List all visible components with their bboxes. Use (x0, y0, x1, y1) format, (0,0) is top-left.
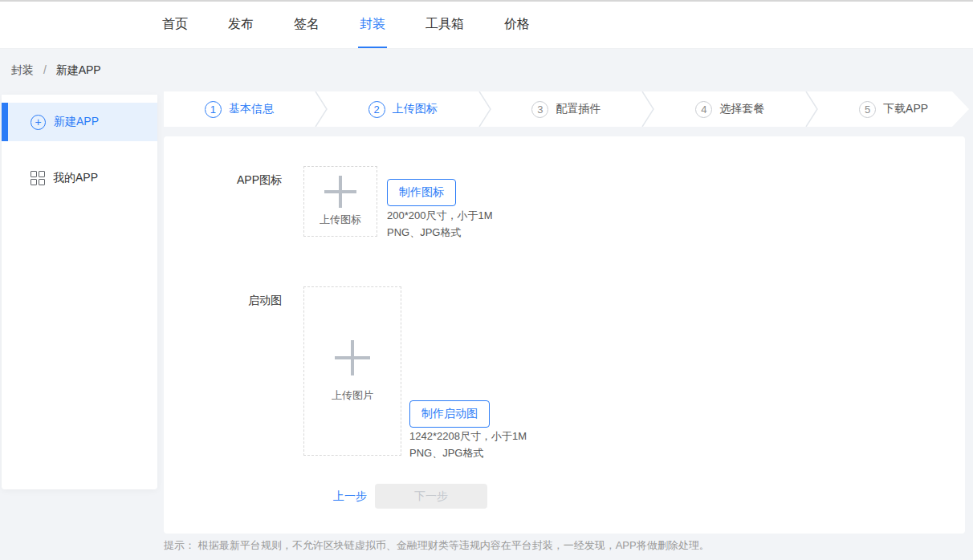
wizard-step-select-package: 4 选择套餐 (654, 91, 805, 127)
breadcrumb-separator: / (43, 63, 47, 76)
sidebar: + 新建APP 我的APP (2, 95, 157, 489)
footer-hint-label: 提示： (164, 539, 195, 551)
nav-item-package[interactable]: 封装 (358, 2, 387, 48)
splash-spec: 1242*2208尺寸，小于1M PNG、JPG格式 (409, 428, 527, 461)
breadcrumb: 封装 / 新建APP (11, 63, 101, 78)
step-separator-chevron-icon (641, 91, 654, 127)
breadcrumb-section[interactable]: 封装 (11, 63, 34, 76)
splash-spec-line1: 1242*2208尺寸，小于1M (409, 428, 527, 444)
sidebar-item-label: 新建APP (54, 115, 99, 129)
nav-item-home[interactable]: 首页 (161, 2, 189, 48)
make-icon-button[interactable]: 制作图标 (387, 179, 456, 206)
app-icon-upload-box[interactable]: 上传图标 (303, 166, 377, 237)
app-icon-spec: 200*200尺寸，小于1M PNG、JPG格式 (387, 207, 493, 241)
nav-item-sign[interactable]: 签名 (292, 2, 321, 48)
step-number: 2 (368, 101, 385, 118)
make-splash-button[interactable]: 制作启动图 (409, 400, 490, 428)
plus-icon (335, 340, 370, 375)
step-label: 上传图标 (393, 102, 438, 116)
grid-icon (31, 171, 45, 185)
main-nav: 首页 发布 签名 封装 工具箱 价格 (0, 2, 973, 48)
step-label: 基本信息 (229, 102, 274, 116)
app-icon-spec-line1: 200*200尺寸，小于1M (387, 207, 493, 224)
wizard-step-basic-info: 1 基本信息 (164, 91, 315, 127)
plus-circle-icon: + (31, 115, 46, 130)
step-label: 选择套餐 (719, 102, 764, 116)
nav-item-publish[interactable]: 发布 (226, 2, 255, 48)
app-root: 首页 发布 签名 封装 工具箱 价格 封装 / 新建APP + 新建APP 我的… (0, 0, 973, 560)
nav-item-price[interactable]: 价格 (503, 2, 531, 48)
step-label: 下载APP (883, 102, 928, 116)
step-wizard: 1 基本信息 2 上传图标 3 配置插件 4 选择套餐 5 下载APP (164, 91, 969, 127)
step-separator-chevron-icon (315, 91, 328, 127)
app-icon-label: APP图标 (164, 173, 282, 188)
footer-hint-text: 根据最新平台规则，不允许区块链虚拟币、金融理财类等违规内容在平台封装，一经发现，… (198, 539, 710, 551)
prev-step-link[interactable]: 上一步 (333, 489, 367, 504)
upload-icon-text: 上传图标 (320, 213, 361, 227)
app-icon-spec-line2: PNG、JPG格式 (387, 224, 493, 241)
splash-spec-line2: PNG、JPG格式 (409, 444, 527, 461)
main-panel: APP图标 上传图标 制作图标 200*200尺寸，小于1M PNG、JPG格式… (164, 136, 965, 534)
step-separator-chevron-icon (805, 91, 818, 127)
next-step-button[interactable]: 下一步 (375, 484, 487, 509)
splash-label: 启动图 (164, 294, 282, 308)
step-number: 4 (695, 101, 712, 118)
sidebar-item-new-app[interactable]: + 新建APP (2, 103, 157, 141)
step-number: 5 (859, 101, 876, 118)
breadcrumb-current: 新建APP (56, 63, 101, 76)
step-number: 1 (205, 101, 222, 118)
top-header: 首页 发布 签名 封装 工具箱 价格 (0, 0, 973, 49)
nav-item-toolbox[interactable]: 工具箱 (424, 2, 466, 48)
wizard-step-upload-icon: 2 上传图标 (328, 91, 478, 127)
step-separator-chevron-icon (478, 91, 491, 127)
upload-image-text: 上传图片 (332, 388, 373, 403)
plus-icon (324, 176, 356, 208)
wizard-step-configure-plugins: 3 配置插件 (491, 91, 642, 127)
sidebar-item-label: 我的APP (53, 171, 98, 185)
wizard-step-download-app: 5 下载APP (818, 91, 969, 127)
step-number: 3 (531, 101, 548, 118)
sidebar-item-my-app[interactable]: 我的APP (2, 159, 157, 197)
step-label: 配置插件 (556, 102, 600, 116)
footer-hint: 提示： 根据最新平台规则，不允许区块链虚拟币、金融理财类等违规内容在平台封装，一… (164, 538, 710, 553)
splash-upload-box[interactable]: 上传图片 (303, 286, 401, 456)
